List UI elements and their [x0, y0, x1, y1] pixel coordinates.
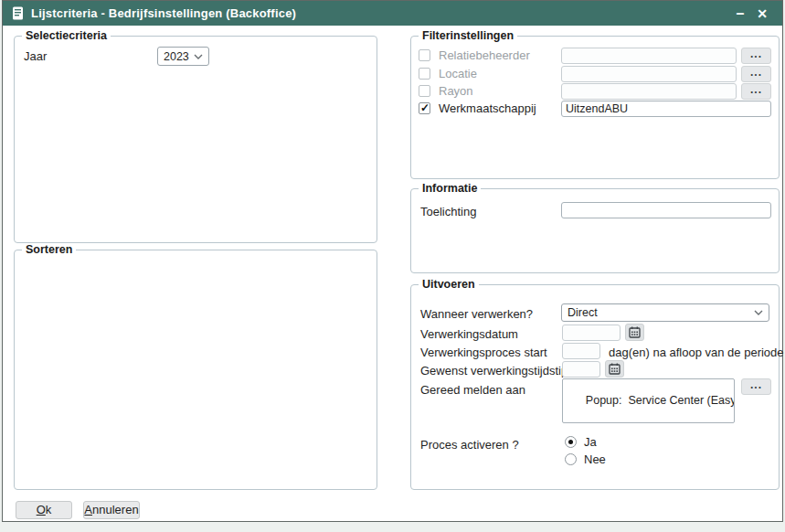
werkmaatschappij-input[interactable] — [561, 101, 771, 117]
werkmaatschappij-checkbox[interactable] — [419, 102, 430, 114]
calendar-icon — [609, 363, 621, 375]
relatiebeheerder-checkbox[interactable] — [419, 49, 430, 61]
tijdstip-calendar-button[interactable] — [605, 360, 624, 378]
chevron-down-icon — [754, 310, 763, 315]
radio-nee[interactable]: Nee — [565, 452, 606, 466]
toelichting-input[interactable] — [561, 202, 771, 218]
radio-nee-label: Nee — [584, 452, 606, 466]
filterinstellingen-legend: Filterinstellingen — [419, 29, 517, 42]
verwerkingsdatum-label: Verwerkingsdatum — [420, 327, 518, 341]
radio-nee-circle[interactable] — [565, 453, 577, 465]
jaar-select[interactable]: 2023 — [157, 47, 209, 66]
verwerkingsproces-start-suffix: dag(en) na afloop van de periode — [609, 346, 784, 359]
minimize-button[interactable]: – — [729, 4, 751, 24]
rayon-input[interactable] — [561, 83, 737, 100]
gewenst-verwerkingstijdstip-label: Gewenst verwerkingstijdstip — [420, 364, 568, 378]
filterinstellingen-group: Filterinstellingen Relatiebeheerder ... … — [410, 36, 780, 179]
locatie-input[interactable] — [561, 66, 737, 82]
informatie-legend: Informatie — [419, 182, 481, 195]
calendar-icon — [629, 326, 641, 338]
locatie-browse-button[interactable]: ... — [741, 66, 771, 82]
locatie-label: Locatie — [439, 67, 477, 80]
jaar-select-value: 2023 — [164, 50, 189, 63]
gewenst-verwerkingstijdstip-input[interactable] — [562, 361, 600, 378]
toelichting-label: Toelichting — [420, 205, 476, 218]
titlebar: Lijstcriteria - Bedrijfsinstellingen (Ba… — [3, 1, 782, 26]
document-icon — [12, 6, 24, 20]
werkmaatschappij-label: Werkmaatschappij — [439, 101, 536, 115]
locatie-checkbox[interactable] — [419, 68, 430, 80]
wanneer-verwerken-label: Wanneer verwerken? — [420, 307, 533, 321]
rayon-label: Rayon — [439, 84, 473, 98]
close-button[interactable]: ✕ — [751, 4, 773, 24]
jaar-label: Jaar — [24, 49, 47, 63]
relatiebeheerder-input[interactable] — [561, 48, 737, 64]
radio-ja-circle[interactable] — [565, 436, 577, 448]
radio-ja[interactable]: Ja — [565, 435, 597, 449]
proces-activeren-label: Proces activeren ? — [420, 438, 519, 452]
sorteren-legend: Sorteren — [22, 243, 76, 256]
ok-button[interactable]: Ok — [16, 501, 72, 519]
gereed-melden-aan-label: Gereed melden aan — [420, 383, 525, 397]
relatiebeheerder-label: Relatiebeheerder — [439, 48, 530, 62]
rayon-browse-button[interactable]: ... — [741, 83, 771, 100]
verwerkingsdatum-input[interactable] — [562, 325, 621, 341]
verwerkingsdatum-calendar-button[interactable] — [625, 324, 644, 341]
gereed-melden-aan-listbox[interactable]: Popup: Service Center (Easyflex) — [562, 378, 735, 423]
rayon-checkbox[interactable] — [419, 85, 430, 97]
wanneer-verwerken-value: Direct — [568, 306, 598, 319]
window-title: Lijstcriteria - Bedrijfsinstellingen (Ba… — [31, 6, 296, 20]
uitvoeren-group: Uitvoeren Wanneer verwerken? Direct Verw… — [410, 284, 780, 490]
radio-ja-label: Ja — [584, 435, 597, 449]
selectiecriteria-group: Selectiecriteria Jaar 2023 — [14, 36, 377, 243]
wanneer-verwerken-select[interactable]: Direct — [561, 303, 769, 322]
gereed-melden-aan-browse-button[interactable]: ... — [741, 378, 771, 395]
verwerkingsproces-start-input[interactable] — [562, 343, 600, 359]
gereed-melden-aan-value: Popup: Service Center (Easyflex) — [586, 394, 735, 407]
lijstcriteria-dialog: Lijstcriteria - Bedrijfsinstellingen (Ba… — [2, 0, 783, 522]
uitvoeren-legend: Uitvoeren — [419, 278, 479, 291]
chevron-down-icon — [194, 54, 203, 59]
informatie-group: Informatie Toelichting — [410, 188, 780, 273]
annuleren-button[interactable]: Annuleren — [83, 501, 140, 519]
sorteren-group: Sorteren — [14, 250, 377, 490]
selectiecriteria-legend: Selectiecriteria — [22, 29, 111, 42]
relatiebeheerder-browse-button[interactable]: ... — [741, 48, 771, 64]
verwerkingsproces-start-label: Verwerkingsproces start — [420, 346, 547, 359]
